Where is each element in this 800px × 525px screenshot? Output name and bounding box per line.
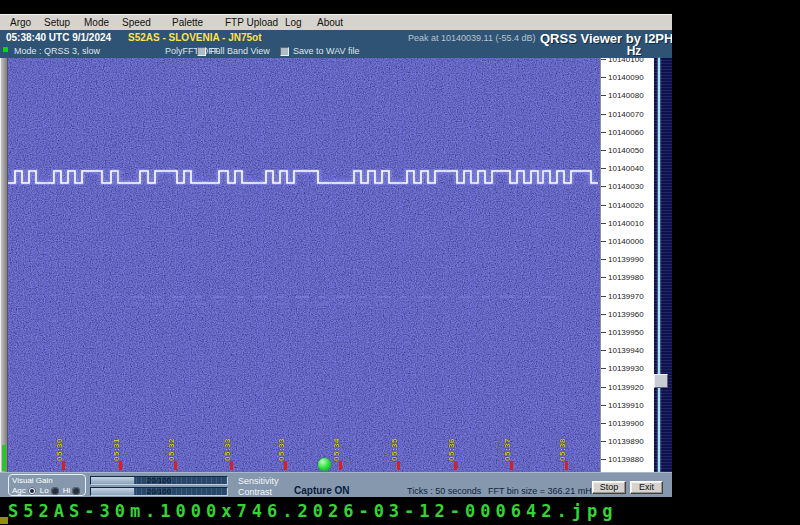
timeline-tick: 05:31 [112,436,124,470]
visual-gain-option[interactable]: Agc [12,486,36,495]
frequency-label: 10139920 [601,383,644,393]
spectrogram[interactable]: 05:30 05:31 05:32 05:33 05:33 [8,58,600,472]
checkbox-full-band-view[interactable] [197,47,206,56]
contrast-value: 20/100 [91,488,227,496]
frequency-label: 10140030 [601,182,644,192]
timeline-tick: 05:36 [447,436,459,470]
frequency-label: 10139980 [601,273,644,283]
radio-button-icon[interactable] [72,487,80,495]
visual-gain-option[interactable]: Lo [40,486,59,495]
frequency-tick-icon [601,114,606,115]
frequency-tick-icon [601,241,606,242]
screen: ArgoSetupModeSpeedPaletteFTP UploadLogAb… [0,0,800,525]
frequency-label: 10139930 [601,364,644,374]
timeline-tick-label: 05:32 [167,438,176,461]
timeline-tick-label: 05:33 [223,438,232,461]
frequency-tick-icon [601,441,606,442]
timeline-tick: 05:34 [332,436,344,470]
frequency-label: 10139990 [601,255,644,265]
hz-label: Hz [612,44,656,58]
frequency-tick-icon [601,296,606,297]
timeline-tick-mark-icon [397,461,400,470]
frequency-tick-icon [601,423,606,424]
mode-indicator-icon [3,47,8,52]
status-bar: 05:38:40 UTC 9/1/2024 S52AS - SLOVENIA -… [0,30,672,46]
menu-item[interactable]: Mode [84,16,109,30]
timeline-tick: 05:37 [503,436,515,470]
stop-button[interactable]: Stop [592,481,626,494]
frequency-label: 10139960 [601,310,644,320]
frequency-scrollbar[interactable] [654,58,672,472]
timeline-tick-label: 05:36 [447,438,456,461]
frequency-tick-icon [601,77,606,78]
frequency-tick-icon [601,223,606,224]
timeline-tick-label: 05:38 [558,438,567,461]
station-callsign: S52AS - SLOVENIA - JN75ot [128,32,262,43]
timeline-tick-label: 05:37 [503,438,512,461]
frequency-tick-icon [601,277,606,278]
timeline-tick: 05:30 [55,436,67,470]
timeline-tick-mark-icon [284,461,287,470]
contrast-label: Contrast [238,487,272,497]
mode-label: Mode : QRSS 3, slow [14,46,100,56]
menu-item[interactable]: About [317,16,343,30]
timeline-tick: 05:35 [390,436,402,470]
saved-filename: S52AS-30m.1000x746.2026-03-12-000642.jpg [8,501,617,521]
frequency-label: 10140060 [601,128,644,138]
menu-item[interactable]: Log [285,16,302,30]
visual-gain-group: Visual Gain AgcLoHi [8,474,86,496]
contrast-slider[interactable]: 20/100 [90,487,228,496]
frequency-label: 10140100 [601,58,644,65]
menu-item[interactable]: Speed [122,16,151,30]
clock-utc: 05:38:40 UTC 9/1/2024 [6,32,111,43]
cursor-block-icon [0,517,8,524]
timeline-tick-label: 05:30 [55,438,64,461]
visual-gain-title: Visual Gain [12,476,82,485]
radio-button-icon[interactable] [51,487,59,495]
frequency-label: 10139940 [601,346,644,356]
scrollbar-thumb[interactable] [654,374,668,388]
visual-gain-option[interactable]: Hi [63,486,81,495]
footer: S52AS-30m.1000x746.2026-03-12-000642.jpg [0,497,800,525]
frequency-label: 10140050 [601,146,644,156]
timeline-tick-mark-icon [174,461,177,470]
menu-item[interactable]: Palette [172,16,203,30]
frequency-label: 10140020 [601,201,644,211]
frequency-label: 10139890 [601,437,644,447]
frequency-label: 10139970 [601,292,644,302]
menu-item[interactable]: Argo [10,16,31,30]
radio-button-icon[interactable] [28,487,36,495]
timeline-tick: 05:38 [558,436,570,470]
audio-level-meter [0,58,8,472]
frequency-tick-icon [601,332,606,333]
timeline-tick-mark-icon [454,461,457,470]
timeline-tick: 05:33 [223,436,235,470]
frequency-label: 10139950 [601,328,644,338]
scrollbar-track-line [658,58,660,472]
argo-window: ArgoSetupModeSpeedPaletteFTP UploadLogAb… [0,14,672,497]
frequency-tick-icon [601,459,606,460]
frequency-label: 10140070 [601,110,644,120]
timeline-tick-label: 05:34 [332,438,341,461]
timeline-tick-label: 05:31 [112,438,121,461]
timeline-tick-mark-icon [230,461,233,470]
timeline-tick-mark-icon [510,461,513,470]
frequency-tick-icon [601,368,606,369]
timeline-tick-mark-icon [565,461,568,470]
main-area: 05:30 05:31 05:32 05:33 05:33 [0,58,672,472]
sensitivity-value: 20/100 [91,477,227,485]
timeline-tick-mark-icon [62,461,65,470]
timeline-tick-mark-icon [339,461,342,470]
frequency-tick-icon [601,387,606,388]
menu-item[interactable]: Setup [44,16,70,30]
exit-button[interactable]: Exit [630,481,663,494]
spectrogram-canvas [8,58,600,472]
capture-status: Capture ON [294,485,350,496]
frequency-label: 10140010 [601,219,644,229]
sensitivity-slider[interactable]: 20/100 [90,476,228,485]
frequency-label: 10139900 [601,419,644,429]
timeline-tick: 05:33 [277,436,289,470]
frequency-tick-icon [601,405,606,406]
menu-item[interactable]: FTP Upload [225,16,278,30]
checkbox-save-wav[interactable] [280,47,289,56]
